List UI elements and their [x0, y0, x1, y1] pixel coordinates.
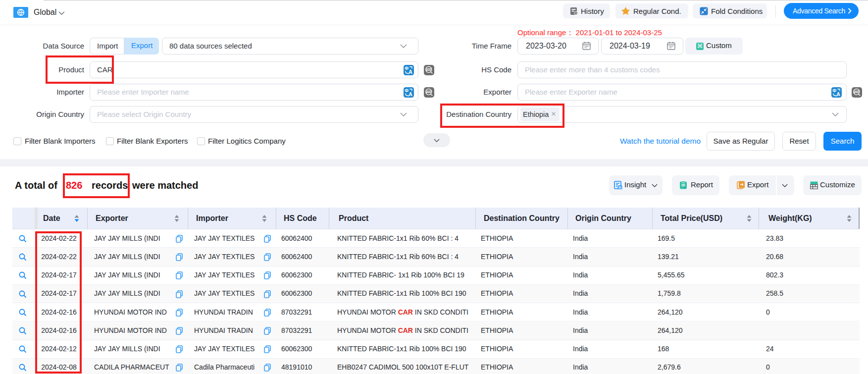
svg-text:A: A [836, 91, 840, 97]
svg-text:A: A [408, 91, 412, 97]
svg-text:A: A [408, 69, 412, 75]
svg-text:BI: BI [618, 186, 622, 189]
